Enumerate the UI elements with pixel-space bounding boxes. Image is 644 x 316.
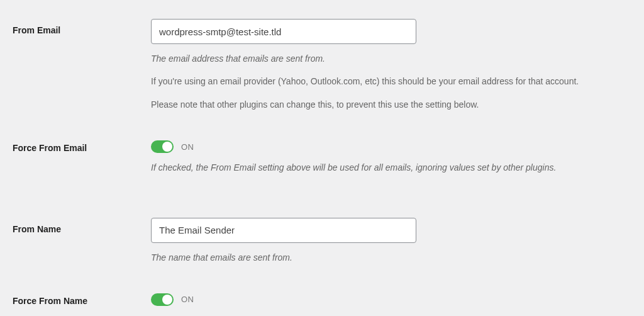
from-name-field-col: The name that emails are sent from. — [151, 218, 631, 264]
from-name-input[interactable] — [151, 218, 416, 243]
settings-form: From Email The email address that emails… — [13, 19, 631, 316]
force-from-name-row: Force From Name ON If checked, the From … — [13, 293, 631, 316]
force-from-name-toggle[interactable] — [151, 293, 174, 306]
from-email-row: From Email The email address that emails… — [13, 19, 631, 111]
force-from-name-label-col: Force From Name — [13, 293, 151, 306]
force-from-email-toggle-wrap: ON — [151, 140, 631, 153]
from-email-desc-2: If you're using an email provider (Yahoo… — [151, 74, 631, 88]
force-from-email-toggle[interactable] — [151, 140, 174, 153]
force-from-name-desc: If checked, the From Name setting above … — [151, 313, 631, 316]
force-from-email-state: ON — [181, 142, 194, 152]
force-from-email-desc: If checked, the From Email setting above… — [151, 161, 631, 174]
from-email-input[interactable] — [151, 19, 416, 44]
force-from-email-row: Force From Email ON If checked, the From… — [13, 140, 631, 174]
from-name-row: From Name The name that emails are sent … — [13, 218, 631, 264]
force-from-name-field-col: ON If checked, the From Name setting abo… — [151, 293, 631, 316]
force-from-email-field-col: ON If checked, the From Email setting ab… — [151, 140, 631, 174]
from-email-desc-3: Please note that other plugins can chang… — [151, 98, 631, 111]
force-from-name-label: Force From Name — [13, 296, 87, 306]
from-email-desc-1: The email address that emails are sent f… — [151, 52, 631, 65]
force-from-email-label: Force From Email — [13, 143, 87, 153]
from-email-label: From Email — [13, 25, 60, 35]
from-email-label-col: From Email — [13, 19, 151, 35]
force-from-name-toggle-wrap: ON — [151, 293, 631, 306]
from-name-desc: The name that emails are sent from. — [151, 251, 631, 264]
force-from-name-state: ON — [181, 295, 194, 304]
force-from-email-label-col: Force From Email — [13, 140, 151, 153]
from-email-field-col: The email address that emails are sent f… — [151, 19, 631, 111]
toggle-knob-icon — [162, 295, 172, 305]
from-name-label: From Name — [13, 224, 61, 234]
from-name-label-col: From Name — [13, 218, 151, 234]
toggle-knob-icon — [162, 142, 172, 152]
